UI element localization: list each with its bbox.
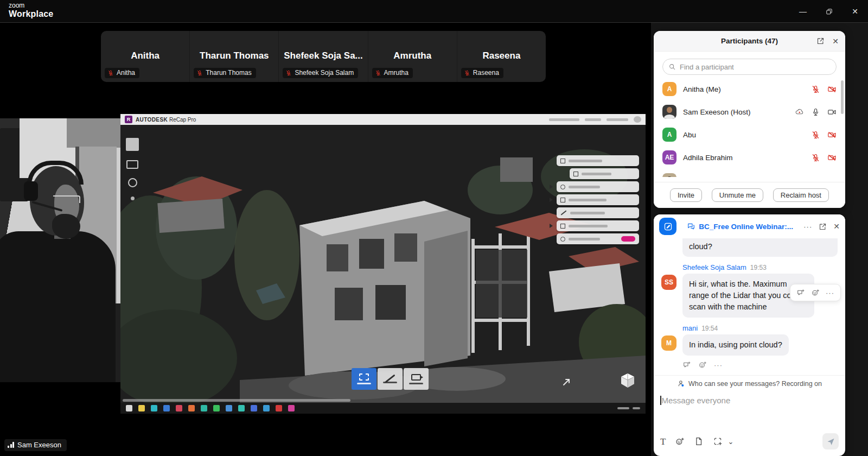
row-text-blur: [569, 186, 600, 188]
reclaim-host-button[interactable]: Reclaim host: [773, 188, 829, 202]
tool-dot-icon: [131, 197, 135, 200]
participant-row[interactable]: A Anitha (Me): [654, 78, 845, 100]
taskbar-app-icon: [201, 405, 207, 411]
attach-file-icon[interactable]: [694, 436, 704, 446]
shared-screen-recap-window: R AUTODESK ReCap Pro: [120, 114, 646, 414]
participant-status-icons: [811, 130, 837, 140]
row-icon: [561, 211, 567, 216]
participants-title: Participants (47): [721, 37, 778, 45]
message-actions: ···: [682, 360, 845, 369]
tile-name-chip: Amrutha: [372, 68, 413, 78]
person-beard: [52, 214, 80, 239]
avatar-photo: [662, 173, 676, 177]
message-text: cloud?: [689, 241, 712, 252]
minimize-icon: —: [799, 7, 807, 16]
new-chat-button[interactable]: [659, 218, 676, 235]
format-text-icon[interactable]: T: [660, 437, 666, 446]
close-panel-icon[interactable]: ✕: [833, 223, 840, 230]
expand-view-arrow-icon: [562, 378, 571, 387]
add-reaction-icon[interactable]: [811, 288, 820, 297]
titlebar-account-avatar: [634, 116, 641, 123]
participant-name: Abu: [683, 131, 696, 139]
navigator-row: [557, 155, 639, 166]
taskbar-app-icon: [188, 405, 195, 411]
screenshot-icon[interactable]: [713, 436, 723, 446]
taskbar-app-icon: [151, 405, 157, 411]
restore-button[interactable]: [816, 0, 842, 23]
tray-item-blur: [633, 407, 640, 409]
reply-icon[interactable]: [682, 360, 691, 369]
chevron-down-icon[interactable]: ⌄: [727, 438, 733, 446]
chat-privacy-notice[interactable]: Who can see your messages? Recording on: [654, 375, 845, 390]
taskbar-app-icon: [126, 405, 132, 411]
mic-muted-icon: [464, 69, 470, 77]
message-time: 19:53: [750, 264, 767, 271]
tile-label: Tharun Thomas: [206, 69, 252, 77]
more-options-icon[interactable]: ···: [714, 361, 723, 369]
avatar-face: [667, 176, 672, 177]
taskbar-app-icon: [238, 405, 245, 411]
taskbar-app-icon: [251, 405, 257, 411]
mic-muted-icon: [811, 176, 820, 178]
close-icon: ✕: [852, 7, 858, 16]
unmute-me-button[interactable]: Unmute me: [712, 188, 763, 202]
message-input[interactable]: Message everyone: [654, 390, 845, 405]
sender-name: mani: [682, 324, 698, 332]
message-bubble: In india, using point cloud?: [682, 334, 789, 356]
camera-icon: [411, 374, 421, 381]
close-panel-icon[interactable]: ✕: [832, 37, 839, 45]
participant-row[interactable]: A Abu: [654, 123, 845, 146]
taskbar-app-icon: [288, 405, 295, 411]
message-sender-row: Shefeek Soja Salam 19:53: [682, 263, 845, 271]
reply-icon[interactable]: [796, 288, 805, 297]
popout-icon[interactable]: [816, 37, 825, 45]
participant-status-icons: [795, 107, 837, 117]
recap-bottom-tools: [352, 368, 429, 390]
video-tile-amrutha[interactable]: Amrutha Amrutha: [368, 31, 457, 82]
tile-label: Anitha: [117, 69, 135, 77]
send-button[interactable]: [822, 433, 839, 449]
row-icon: [560, 159, 565, 163]
who-can-see-icon: [677, 379, 685, 388]
add-reaction-icon[interactable]: [698, 360, 707, 369]
video-off-icon: [827, 153, 837, 162]
recap-logo-icon: R: [125, 116, 132, 123]
input-placeholder: Message everyone: [662, 396, 731, 405]
participants-panel: Participants (47) ✕ A Anitha (Me) Sam Ex…: [654, 31, 845, 208]
taskbar-system-tray: [617, 407, 640, 409]
view-cube-icon: [620, 372, 636, 389]
window-titlebar: zoom Workplace — ✕: [0, 0, 868, 23]
avatar: A: [662, 128, 676, 142]
invite-button[interactable]: Invite: [670, 188, 702, 202]
brand-workplace: Workplace: [9, 9, 53, 19]
chat-title: BC_Free Online Webinar:...: [699, 223, 793, 231]
chat-title-dropdown[interactable]: BC_Free Online Webinar:...: [681, 222, 799, 231]
video-tile-anitha[interactable]: Anitha Anitha: [101, 31, 189, 82]
message-sender-row: mani 19:54: [682, 324, 845, 332]
participant-row-partial[interactable]: [654, 169, 845, 177]
notice-text: Who can see your messages? Recording on: [688, 380, 822, 388]
close-button[interactable]: ✕: [842, 0, 868, 23]
video-tile-tharun[interactable]: Tharun Thomas Tharun Thomas: [189, 31, 278, 82]
minimize-button[interactable]: —: [790, 0, 816, 23]
participants-scrollbar[interactable]: [841, 80, 844, 114]
emoji-icon[interactable]: [675, 436, 685, 446]
row-icon: [560, 198, 565, 202]
participants-header: Participants (47) ✕: [654, 31, 845, 52]
popout-icon[interactable]: [819, 223, 827, 231]
zoom-workplace-logo: zoom Workplace: [9, 2, 53, 19]
video-tile-shefeek[interactable]: Shefeek Soja Sa... Shefeek Soja Salam: [278, 31, 367, 82]
participant-search[interactable]: [662, 59, 837, 75]
participant-status-icons: [811, 153, 837, 162]
recap-project-navigator: [557, 155, 639, 244]
more-options-icon[interactable]: ···: [826, 289, 834, 297]
row-text-blur: [569, 199, 607, 201]
more-options-icon[interactable]: ···: [803, 223, 812, 231]
mic-muted-icon: [811, 130, 820, 140]
video-tile-raseena[interactable]: Raseena Raseena: [457, 31, 546, 82]
participant-row[interactable]: Sam Exeeson (Host): [654, 100, 845, 123]
avatar: A: [662, 82, 676, 96]
participant-row[interactable]: AE Adhila Ebrahim: [654, 146, 845, 169]
search-input[interactable]: [680, 63, 831, 71]
participants-header-icons: ✕: [816, 31, 839, 51]
